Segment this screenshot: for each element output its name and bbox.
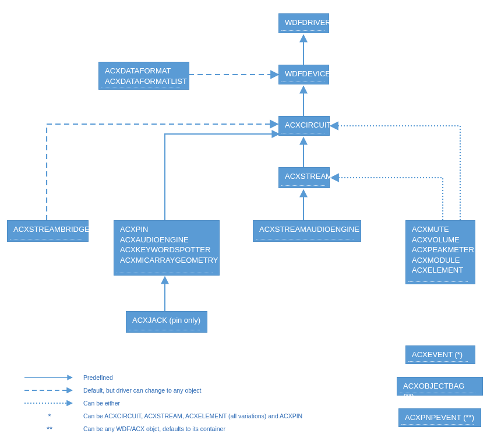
legend-label: Can be ACXCIRCUIT, ACXSTREAM, ACXELEMENT… bbox=[83, 412, 302, 419]
legend-line-dotted-icon bbox=[20, 400, 79, 407]
label-line4: ACXMICARRAYGEOMETRY bbox=[120, 255, 213, 266]
node-acxmute-group: ACXMUTE ACXVOLUME ACXPEAKMETER ACXMODULE… bbox=[405, 220, 475, 284]
label-line3: ACXKEYWORDSPOTTER bbox=[120, 245, 213, 255]
edge-acxmute-acxstream bbox=[331, 178, 443, 220]
node-acxpnpevent: ACXPNPEVENT (**) bbox=[398, 408, 481, 427]
edge-acxmute-acxcircuit bbox=[330, 126, 460, 220]
label: ACXOBJECTBAG (**) bbox=[403, 382, 464, 401]
node-acxobjectbag: ACXOBJECTBAG (**) bbox=[397, 377, 483, 396]
legend-row-predefined: Predefined bbox=[20, 371, 302, 384]
legend-label: Can be either bbox=[83, 400, 120, 407]
label: ACXEVENT (*) bbox=[412, 350, 463, 359]
label: ACXJACK (pin only) bbox=[132, 316, 200, 324]
label-line2: ACXDATAFORMATLIST bbox=[105, 76, 183, 87]
legend-asterisk-icon: * bbox=[20, 412, 79, 421]
edge-streambridge-acxcircuit bbox=[47, 124, 278, 220]
legend-row-star: * Can be ACXCIRCUIT, ACXSTREAM, ACXELEME… bbox=[20, 410, 302, 422]
legend: Predefined Default, but driver can chang… bbox=[20, 371, 302, 435]
legend-label: Predefined bbox=[83, 374, 113, 381]
label: ACXPNPEVENT (**) bbox=[405, 413, 474, 422]
node-wdfdevice: WDFDEVICE bbox=[278, 65, 329, 84]
label-line3: ACXPEAKMETER bbox=[412, 245, 469, 255]
legend-row-dstar: ** Can be any WDF/ACX objct, defaults to… bbox=[20, 422, 302, 435]
label: ACXSTREAMBRIDGE bbox=[13, 225, 90, 234]
legend-double-asterisk-icon: ** bbox=[20, 425, 79, 433]
label-line2: ACXVOLUME bbox=[412, 235, 469, 245]
legend-label: Can be any WDF/ACX objct, defaults to it… bbox=[83, 425, 225, 432]
node-acxevent: ACXEVENT (*) bbox=[405, 345, 475, 364]
label: ACXSTREAM bbox=[285, 172, 332, 181]
label: WDFDRIVER bbox=[285, 18, 331, 27]
node-acxdataformat: ACXDATAFORMAT ACXDATAFORMATLIST bbox=[98, 62, 189, 90]
label-line1: ACXPIN bbox=[120, 224, 213, 235]
label-line1: ACXDATAFORMAT bbox=[105, 66, 183, 76]
legend-row-either: Can be either bbox=[20, 397, 302, 410]
label-line2: ACXAUDIOENGINE bbox=[120, 235, 213, 245]
node-acxstreamaudioengine: ACXSTREAMAUDIOENGINE bbox=[253, 220, 361, 242]
label: ACXCIRCUIT bbox=[285, 121, 331, 129]
node-acxcircuit: ACXCIRCUIT bbox=[278, 116, 330, 136]
legend-line-dashed-icon bbox=[20, 387, 79, 394]
legend-row-default: Default, but driver can change to any ob… bbox=[20, 384, 302, 397]
node-acxstream: ACXSTREAM bbox=[278, 167, 330, 188]
legend-line-solid-icon bbox=[20, 374, 79, 381]
label: ACXSTREAMAUDIOENGINE bbox=[259, 225, 359, 234]
label-line5: ACXELEMENT bbox=[412, 265, 469, 276]
node-acxstreambridge: ACXSTREAMBRIDGE bbox=[7, 220, 89, 242]
label: WDFDEVICE bbox=[285, 69, 330, 78]
legend-label: Default, but driver can change to any ob… bbox=[83, 387, 202, 394]
label-line4: ACXMODULE bbox=[412, 255, 469, 266]
label-line1: ACXMUTE bbox=[412, 224, 469, 235]
node-acxjack: ACXJACK (pin only) bbox=[126, 311, 207, 333]
node-wdfdriver: WDFDRIVER bbox=[278, 13, 329, 33]
edge-acxpin-acxcircuit bbox=[165, 134, 279, 220]
node-acxpin-group: ACXPIN ACXAUDIOENGINE ACXKEYWORDSPOTTER … bbox=[114, 220, 220, 276]
